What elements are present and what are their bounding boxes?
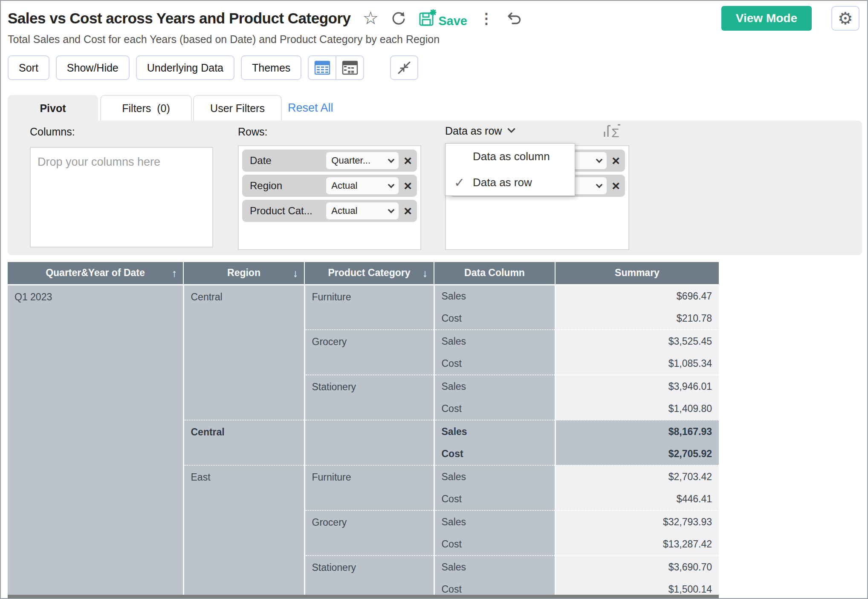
tab-pivot[interactable]: Pivot [8,95,98,121]
page-title: Sales vs Cost across Years and Product C… [8,10,351,27]
rows-drop-zone[interactable]: Date Quarter... × Region Actual × Produc… [238,145,421,250]
value-cell: $446.41 [555,488,719,510]
column-header-1[interactable]: Quarter&Year of Date↑ [8,262,183,285]
value-cell: $2,705.92 [555,443,719,465]
value-cell: $2,703.42 [555,465,719,488]
summary-settings-button[interactable]: Σ [602,121,623,141]
aggregation-value: Quarter... [331,155,370,166]
measure-cell: Sales [434,375,555,397]
row-field-region[interactable]: Region Actual × [242,175,417,197]
menu-item-label: Data as column [473,150,550,163]
measure-cell: Cost [434,397,555,420]
collapse-panel-button[interactable] [390,55,418,80]
aggregation-value: Actual [331,205,357,216]
measure-cell: Cost [434,443,555,465]
remove-field-icon[interactable]: × [404,179,412,193]
chevron-down-icon [508,125,515,132]
favorite-star-button[interactable]: ☆ [363,9,379,27]
columns-label: Columns: [30,126,75,138]
measure-cell: Sales [434,330,555,352]
settings-button[interactable]: ⚙ [831,6,859,31]
region-aggregation-select[interactable]: Actual [326,177,399,194]
themes-button[interactable]: Themes [241,55,301,80]
save-button[interactable]: Save [419,9,467,27]
value-cell: $3,525.45 [555,330,719,352]
toolbar: Sort Show/Hide Underlying Data Themes [8,55,418,80]
table-row: Q1 2023CentralFurnitureSales$696.47 [8,285,719,307]
column-header-4[interactable]: Data Column [434,262,555,285]
measure-cell: Cost [434,307,555,330]
pivot-table-icon [342,60,358,75]
page-subtitle: Total Sales and Cost for each Years (bas… [8,33,440,46]
kebab-menu-icon: ⋮ [479,10,494,27]
field-name: Date [250,155,326,167]
value-cell: $32,793.93 [555,510,719,533]
measure-cell: Sales [434,420,555,443]
save-label: Save [438,15,467,27]
field-name: Product Cat... [250,205,326,217]
remove-field-icon[interactable]: × [612,179,620,193]
row-field-date[interactable]: Date Quarter... × [242,150,417,172]
menu-item-data-as-row[interactable]: ✓ Data as row [446,170,575,196]
horizontal-scrollbar[interactable] [8,595,719,598]
category-cell: Furniture [304,465,434,510]
sort-ascending-icon: ↑ [172,267,177,279]
data-orientation-dropdown[interactable]: Data as row [445,125,514,137]
column-header-5[interactable]: Summary [555,262,719,285]
tab-user-filters[interactable]: User Filters [193,95,282,121]
value-cell: $3,690.70 [555,556,719,578]
remove-field-icon[interactable]: × [404,204,412,218]
measure-cell: Cost [434,488,555,510]
region-cell: East [183,465,304,599]
row-field-product-category[interactable]: Product Cat... Actual × [242,200,417,222]
category-cell: Stationery [304,556,434,599]
refresh-button[interactable] [391,10,407,26]
aggregation-value: Actual [331,180,357,191]
reset-all-link[interactable]: Reset All [288,95,333,121]
refresh-icon [391,10,407,26]
category-cell: Furniture [304,285,434,330]
measure-cell: Cost [434,352,555,375]
column-header-3[interactable]: Product Category↓ [304,262,434,285]
measure-cell: Sales [434,510,555,533]
product-category-aggregation-select[interactable]: Actual [326,202,399,219]
data-orientation-menu: Data as column ✓ Data as row [445,143,575,196]
flat-table-icon [314,60,330,75]
category-cell: Grocery [304,510,434,556]
save-icon [419,9,437,27]
region-cell: Central [183,285,304,420]
flat-table-view-button[interactable] [308,55,336,80]
more-options-button[interactable]: ⋮ [479,10,494,27]
chevron-down-icon [388,206,395,213]
undo-button[interactable] [506,11,523,26]
underlying-data-button[interactable]: Underlying Data [136,55,234,80]
menu-item-label: Data as row [473,176,532,189]
value-cell: $1,409.80 [555,397,719,420]
report-page: Sales vs Cost across Years and Product C… [0,0,868,599]
measure-cell: Cost [434,533,555,556]
chevron-down-icon [388,181,395,188]
column-header-2[interactable]: Region↓ [183,262,304,285]
remove-field-icon[interactable]: × [612,154,620,167]
menu-item-data-as-column[interactable]: Data as column [446,144,575,170]
undo-icon [506,11,523,26]
rows-label: Rows: [238,126,267,138]
view-mode-button[interactable]: View Mode [721,6,812,31]
show-hide-button[interactable]: Show/Hide [56,55,130,80]
sort-button[interactable]: Sort [8,55,49,80]
date-aggregation-select[interactable]: Quarter... [326,152,399,169]
pivot-table: Quarter&Year of Date↑Region↓Product Cate… [8,262,719,599]
chevron-down-icon [596,181,603,188]
tab-filters[interactable]: Filters (0) [100,95,192,121]
tab-bar: Pivot Filters (0) User Filters Reset All [8,95,333,121]
measure-cell: Sales [434,285,555,307]
value-cell: $8,167.93 [555,420,719,443]
sort-descending-icon: ↓ [293,267,298,279]
value-cell: $1,085.34 [555,352,719,375]
pivot-table-view-button[interactable] [336,55,364,80]
value-cell: $3,946.01 [555,375,719,397]
columns-drop-zone[interactable]: Drop your columns here [30,147,213,248]
value-cell: $210.78 [555,307,719,330]
columns-placeholder: Drop your columns here [31,148,212,176]
remove-field-icon[interactable]: × [404,154,412,167]
